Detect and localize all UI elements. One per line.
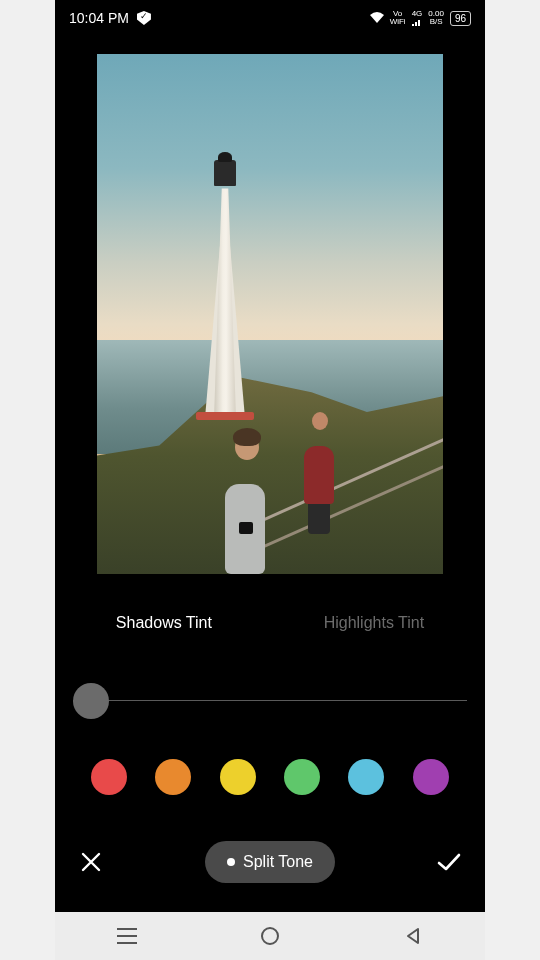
- wifi-icon: [370, 12, 384, 24]
- color-swatches: [55, 759, 485, 795]
- image-preview-container: [55, 36, 485, 574]
- svg-point-0: [262, 928, 278, 944]
- cell-signal-indicator: 4G: [412, 10, 423, 26]
- swatch-red[interactable]: [91, 759, 127, 795]
- check-icon: [436, 851, 462, 873]
- status-bar: 10:04 PM Vo WiFi 4G 0.00 B/S 96: [55, 0, 485, 36]
- confirm-button[interactable]: [433, 846, 465, 878]
- nav-home-button[interactable]: [250, 916, 290, 956]
- back-triangle-icon: [404, 927, 422, 945]
- image-preview[interactable]: [97, 54, 443, 574]
- intensity-slider[interactable]: [55, 700, 485, 701]
- tool-pill[interactable]: Split Tone: [205, 841, 335, 883]
- swatch-orange[interactable]: [155, 759, 191, 795]
- shield-icon: [137, 11, 151, 25]
- menu-icon: [117, 928, 137, 944]
- battery-indicator: 96: [450, 11, 471, 26]
- person-graphic: [215, 424, 275, 574]
- nav-back-button[interactable]: [393, 916, 433, 956]
- swatch-green[interactable]: [284, 759, 320, 795]
- vowifi-indicator: Vo WiFi: [390, 10, 406, 26]
- dot-icon: [227, 858, 235, 866]
- nav-recent-button[interactable]: [107, 916, 147, 956]
- cancel-button[interactable]: [75, 846, 107, 878]
- circle-icon: [260, 926, 280, 946]
- slider-thumb[interactable]: [73, 683, 109, 719]
- tool-label: Split Tone: [243, 853, 313, 871]
- clock: 10:04 PM: [69, 10, 129, 26]
- swatch-yellow[interactable]: [220, 759, 256, 795]
- tab-highlights-tint[interactable]: Highlights Tint: [324, 614, 425, 632]
- android-nav-bar: [55, 912, 485, 960]
- app-screen: 10:04 PM Vo WiFi 4G 0.00 B/S 96: [55, 0, 485, 912]
- lighthouse-graphic: [200, 168, 250, 418]
- close-icon: [80, 851, 102, 873]
- editor-action-bar: Split Tone: [55, 841, 485, 883]
- tint-tabs: Shadows Tint Highlights Tint: [55, 614, 485, 632]
- person-graphic: [298, 394, 342, 504]
- tab-shadows-tint[interactable]: Shadows Tint: [116, 614, 212, 632]
- swatch-cyan[interactable]: [348, 759, 384, 795]
- swatch-purple[interactable]: [413, 759, 449, 795]
- slider-track: [73, 700, 467, 701]
- data-rate-indicator: 0.00 B/S: [428, 10, 444, 26]
